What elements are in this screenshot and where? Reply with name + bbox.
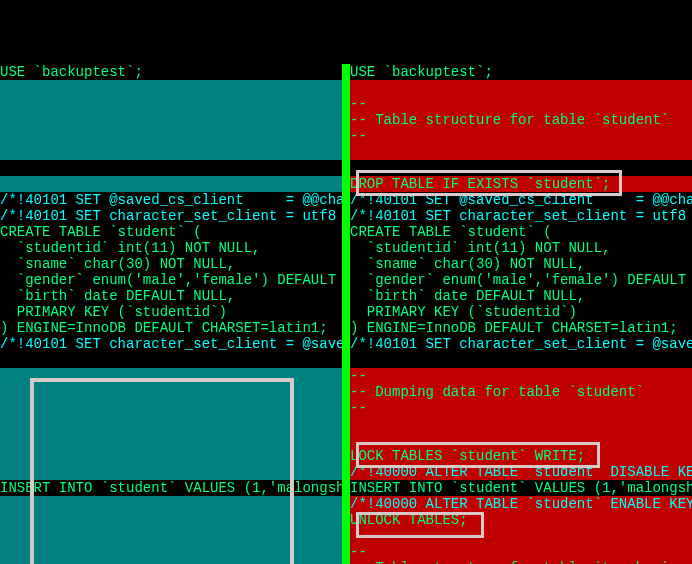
- right-line[interactable]: /*!40101 SET character_set_client = utf8: [350, 208, 692, 224]
- left-line[interactable]: /*!40101 SET character_set_client = @sav…: [0, 336, 342, 352]
- left-line[interactable]: [0, 80, 342, 96]
- left-line[interactable]: [0, 400, 342, 416]
- left-line[interactable]: `birth` date DEFAULT NULL,: [0, 288, 342, 304]
- left-line[interactable]: /*!40101 SET @saved_cs_client = @@cha: [0, 192, 342, 208]
- right-line[interactable]: PRIMARY KEY (`studentid`): [350, 304, 692, 320]
- right-line[interactable]: DROP TABLE IF EXISTS `student`;: [350, 176, 692, 192]
- left-line[interactable]: [0, 368, 342, 384]
- left-line[interactable]: [0, 176, 342, 192]
- right-line[interactable]: USE `backuptest`;: [350, 64, 692, 80]
- left-line[interactable]: [0, 432, 342, 448]
- left-line[interactable]: PRIMARY KEY (`studentid`): [0, 304, 342, 320]
- left-line[interactable]: [0, 528, 342, 544]
- right-line[interactable]: /*!40000 ALTER TABLE `student` ENABLE KE…: [350, 496, 692, 512]
- right-line[interactable]: -- Table structure for table `student`: [350, 112, 692, 128]
- right-line[interactable]: `sname` char(30) NOT NULL,: [350, 256, 692, 272]
- pane-divider[interactable]: [342, 64, 350, 564]
- left-line[interactable]: [0, 464, 342, 480]
- left-line[interactable]: [0, 112, 342, 128]
- right-line[interactable]: INSERT INTO `student` VALUES (1,'malongs…: [350, 480, 692, 496]
- left-line[interactable]: [0, 96, 342, 112]
- right-line[interactable]: `studentid` int(11) NOT NULL,: [350, 240, 692, 256]
- right-pane[interactable]: USE `backuptest`;---- Table structure fo…: [350, 64, 692, 564]
- right-line[interactable]: [350, 416, 692, 432]
- left-line[interactable]: [0, 384, 342, 400]
- left-line[interactable]: USE `backuptest`;: [0, 64, 342, 80]
- right-line[interactable]: --: [350, 400, 692, 416]
- right-line[interactable]: --: [350, 368, 692, 384]
- right-line[interactable]: LOCK TABLES `student` WRITE;: [350, 448, 692, 464]
- right-line[interactable]: --: [350, 96, 692, 112]
- left-line[interactable]: ) ENGINE=InnoDB DEFAULT CHARSET=latin1;: [0, 320, 342, 336]
- right-line[interactable]: [350, 432, 692, 448]
- diff-viewport: USE `backuptest`;/*!40101 SET @saved_cs_…: [0, 64, 692, 564]
- right-line[interactable]: --: [350, 128, 692, 144]
- left-line[interactable]: [0, 144, 342, 160]
- right-line[interactable]: [350, 80, 692, 96]
- left-line[interactable]: `gender` enum('male','female') DEFAULT: [0, 272, 342, 288]
- right-line[interactable]: ) ENGINE=InnoDB DEFAULT CHARSET=latin1;: [350, 320, 692, 336]
- right-line[interactable]: -- Dumping data for table `student`: [350, 384, 692, 400]
- left-line[interactable]: [0, 512, 342, 528]
- right-line[interactable]: --: [350, 544, 692, 560]
- right-line[interactable]: [350, 144, 692, 160]
- right-line[interactable]: /*!40101 SET character_set_client = @sav…: [350, 336, 692, 352]
- left-line[interactable]: /*!40101 SET character_set_client = utf8: [0, 208, 342, 224]
- right-line[interactable]: [350, 352, 692, 368]
- left-line[interactable]: `studentid` int(11) NOT NULL,: [0, 240, 342, 256]
- right-line[interactable]: -- Table structure for table `teacher`: [350, 560, 692, 564]
- right-line[interactable]: UNLOCK TABLES;: [350, 512, 692, 528]
- right-line[interactable]: CREATE TABLE `student` (: [350, 224, 692, 240]
- right-line[interactable]: /*!40000 ALTER TABLE `student` DISABLE K…: [350, 464, 692, 480]
- left-line[interactable]: [0, 160, 342, 176]
- right-line[interactable]: `gender` enum('male','female') DEFAULT: [350, 272, 692, 288]
- left-line[interactable]: CREATE TABLE `student` (: [0, 224, 342, 240]
- right-line[interactable]: [350, 160, 692, 176]
- left-line[interactable]: [0, 416, 342, 432]
- right-line[interactable]: `birth` date DEFAULT NULL,: [350, 288, 692, 304]
- left-line[interactable]: INSERT INTO `student` VALUES (1,'malongs…: [0, 480, 342, 496]
- left-line[interactable]: [0, 560, 342, 564]
- left-pane[interactable]: USE `backuptest`;/*!40101 SET @saved_cs_…: [0, 64, 342, 564]
- right-line[interactable]: [350, 528, 692, 544]
- left-line[interactable]: [0, 128, 342, 144]
- left-line[interactable]: `sname` char(30) NOT NULL,: [0, 256, 342, 272]
- left-line[interactable]: [0, 448, 342, 464]
- left-line[interactable]: [0, 352, 342, 368]
- right-line[interactable]: /*!40101 SET @saved_cs_client = @@cha: [350, 192, 692, 208]
- left-line[interactable]: [0, 544, 342, 560]
- left-line[interactable]: [0, 496, 342, 512]
